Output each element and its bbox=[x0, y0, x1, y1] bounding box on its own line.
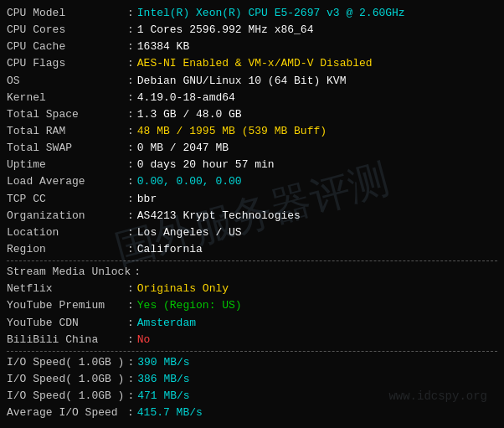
value-total-ram: 48 MB / 1995 MB (539 MB Buff) bbox=[137, 123, 327, 140]
value-netflix: Originals Only bbox=[137, 281, 229, 297]
value-region: California bbox=[137, 241, 203, 258]
table-row: Netflix : Originals Only bbox=[7, 281, 497, 297]
table-row: CPU Model : Intel(R) Xeon(R) CPU E5-2697… bbox=[7, 5, 497, 22]
label-cpu-model: CPU Model bbox=[7, 5, 124, 22]
value-load-average: 0.00, 0.00, 0.00 bbox=[137, 173, 242, 190]
table-row: YouTube CDN : Amsterdam bbox=[7, 315, 497, 332]
label-io-2: I/O Speed( 1.0GB ) bbox=[7, 371, 124, 388]
value-io-3: 471 MB/s bbox=[137, 388, 189, 405]
table-row: Total Space : 1.3 GB / 48.0 GB bbox=[7, 106, 497, 123]
stream-media-header: Stream Media Unlock : bbox=[7, 264, 497, 281]
value-youtube-cdn: Amsterdam bbox=[137, 315, 196, 332]
table-row: BiliBili China : No bbox=[7, 332, 497, 348]
value-tcp-cc: bbr bbox=[137, 191, 157, 208]
table-row: Uptime : 0 days 20 hour 57 min bbox=[7, 157, 497, 173]
table-row: CPU Flags : AES-NI Enabled & VM-x/AMD-V … bbox=[7, 55, 497, 72]
label-cpu-cache: CPU Cache bbox=[7, 39, 124, 55]
system-info-section: CPU Model : Intel(R) Xeon(R) CPU E5-2697… bbox=[7, 5, 497, 258]
value-youtube-premium: Yes (Region: US) bbox=[137, 297, 242, 314]
value-uptime: 0 days 20 hour 57 min bbox=[137, 157, 275, 173]
table-row: Total SWAP : 0 MB / 2047 MB bbox=[7, 140, 497, 157]
divider-2 bbox=[7, 351, 497, 352]
value-total-swap: 0 MB / 2047 MB bbox=[137, 140, 229, 157]
value-kernel: 4.19.0-18-amd64 bbox=[137, 90, 235, 106]
label-io-3: I/O Speed( 1.0GB ) bbox=[7, 388, 124, 405]
label-total-space: Total Space bbox=[7, 106, 124, 123]
label-bilibili: BiliBili China bbox=[7, 332, 124, 348]
value-cpu-model: Intel(R) Xeon(R) CPU E5-2697 v3 @ 2.60GH… bbox=[137, 5, 405, 22]
label-cpu-flags: CPU Flags bbox=[7, 55, 124, 72]
table-row: CPU Cache : 16384 KB bbox=[7, 39, 497, 55]
label-avg-io: Average I/O Speed bbox=[7, 405, 124, 421]
label-load-average: Load Average bbox=[7, 173, 124, 190]
table-row: Total RAM : 48 MB / 1995 MB (539 MB Buff… bbox=[7, 123, 497, 140]
table-row: I/O Speed( 1.0GB ) : 471 MB/s bbox=[7, 388, 497, 405]
value-os: Debian GNU/Linux 10 (64 Bit) KVM bbox=[137, 73, 347, 90]
label-total-swap: Total SWAP bbox=[7, 140, 124, 157]
table-row: I/O Speed( 1.0GB ) : 390 MB/s bbox=[7, 354, 497, 371]
label-youtube-premium: YouTube Premium bbox=[7, 297, 124, 314]
label-region: Region bbox=[7, 241, 124, 258]
table-row: Organization : AS4213 Krypt Technologies bbox=[7, 208, 497, 224]
table-row: OS : Debian GNU/Linux 10 (64 Bit) KVM bbox=[7, 73, 497, 90]
table-row: TCP CC : bbr bbox=[7, 191, 497, 208]
table-row: I/O Speed( 1.0GB ) : 386 MB/s bbox=[7, 371, 497, 388]
value-io-1: 390 MB/s bbox=[137, 354, 189, 371]
label-kernel: Kernel bbox=[7, 90, 124, 106]
label-organization: Organization bbox=[7, 208, 124, 224]
value-location: Los Angeles / US bbox=[137, 224, 242, 241]
value-cpu-cache: 16384 KB bbox=[137, 39, 189, 55]
value-bilibili: No bbox=[137, 332, 151, 348]
label-stream-media: Stream Media Unlock bbox=[7, 264, 131, 281]
label-io-1: I/O Speed( 1.0GB ) bbox=[7, 354, 124, 371]
value-total-space: 1.3 GB / 48.0 GB bbox=[137, 106, 242, 123]
table-row: CPU Cores : 1 Cores 2596.992 MHz x86_64 bbox=[7, 22, 497, 39]
value-io-2: 386 MB/s bbox=[137, 371, 189, 388]
label-os: OS bbox=[7, 73, 124, 90]
value-organization: AS4213 Krypt Technologies bbox=[137, 208, 301, 224]
label-youtube-cdn: YouTube CDN bbox=[7, 315, 124, 332]
table-row: YouTube Premium : Yes (Region: US) bbox=[7, 297, 497, 314]
value-avg-io: 415.7 MB/s bbox=[137, 405, 203, 421]
label-total-ram: Total RAM bbox=[7, 123, 124, 140]
table-row: Kernel : 4.19.0-18-amd64 bbox=[7, 90, 497, 106]
io-speed-section: I/O Speed( 1.0GB ) : 390 MB/s I/O Speed(… bbox=[7, 354, 497, 422]
divider-1 bbox=[7, 260, 497, 261]
table-row: Average I/O Speed : 415.7 MB/s bbox=[7, 405, 497, 421]
label-tcp-cc: TCP CC bbox=[7, 191, 124, 208]
table-row: Location : Los Angeles / US bbox=[7, 224, 497, 241]
value-cpu-cores: 1 Cores 2596.992 MHz x86_64 bbox=[137, 22, 314, 39]
table-row: Region : California bbox=[7, 241, 497, 258]
label-location: Location bbox=[7, 224, 124, 241]
label-netflix: Netflix bbox=[7, 281, 124, 297]
label-cpu-cores: CPU Cores bbox=[7, 22, 124, 39]
terminal-window: CPU Model : Intel(R) Xeon(R) CPU E5-2697… bbox=[0, 0, 504, 428]
stream-media-section: Stream Media Unlock : Netflix : Original… bbox=[7, 264, 497, 348]
label-uptime: Uptime bbox=[7, 157, 124, 173]
value-cpu-flags: AES-NI Enabled & VM-x/AMD-V Disabled bbox=[137, 55, 373, 72]
table-row: Load Average : 0.00, 0.00, 0.00 bbox=[7, 173, 497, 190]
